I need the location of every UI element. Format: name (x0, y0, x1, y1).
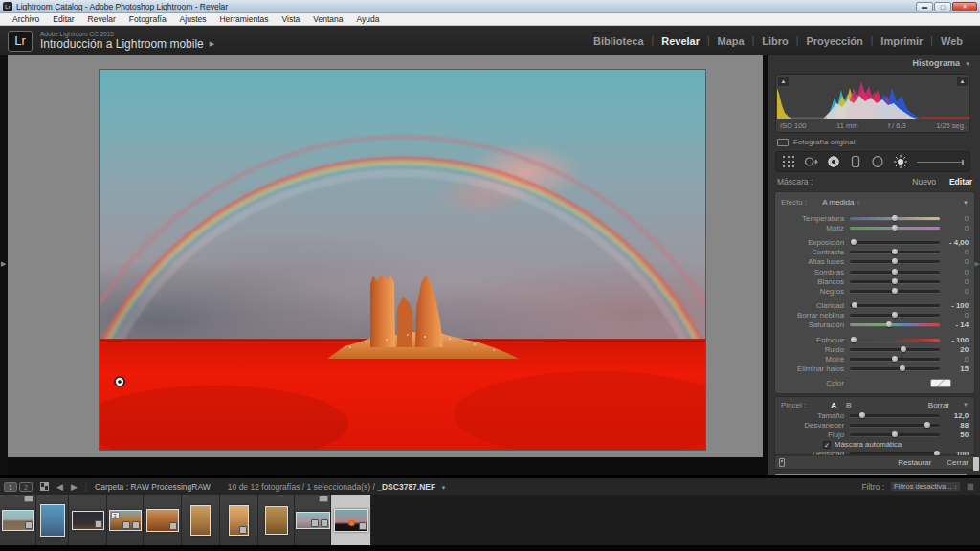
slider-knob[interactable] (924, 422, 930, 428)
radial-filter-tool-icon[interactable] (871, 155, 884, 168)
slider-track[interactable] (850, 271, 940, 274)
filmstrip-thumbnail-4[interactable]: 3 (107, 495, 144, 545)
slider-knob[interactable] (851, 239, 857, 245)
slider-track[interactable] (850, 339, 940, 342)
menu-editar[interactable]: Editar (46, 13, 80, 26)
edit-badge-icon[interactable] (359, 522, 367, 530)
slider-knob[interactable] (892, 278, 898, 284)
updown-caret-icon[interactable]: ↕ (857, 199, 859, 206)
slider-track[interactable] (850, 241, 940, 244)
filmstrip-thumbnail-5[interactable] (144, 495, 182, 545)
crop-tool-icon[interactable] (782, 155, 795, 168)
slider-knob[interactable] (892, 312, 898, 318)
original-photo-label[interactable]: Fotografía original (793, 138, 855, 146)
edit-badge-icon[interactable] (132, 521, 140, 529)
filmstrip-thumbnail-7[interactable] (220, 495, 258, 545)
original-photo-icon[interactable] (777, 139, 789, 146)
edit-badge-icon[interactable] (311, 519, 319, 527)
folder-breadcrumb[interactable]: Carpeta : RAW ProcessingRAW (95, 482, 211, 492)
filmstrip-thumbnail-8[interactable] (258, 495, 295, 545)
second-window-button[interactable]: 2 (19, 482, 33, 492)
left-panel-edge[interactable]: ▶ (0, 55, 8, 475)
brush-pin[interactable] (115, 377, 124, 386)
adjustment-brush-tool-icon[interactable] (893, 154, 908, 169)
module-proyeccion[interactable]: Proyección (798, 35, 870, 47)
brush-b-button[interactable]: B (846, 401, 852, 409)
red-eye-tool-icon[interactable] (827, 155, 840, 168)
mask-new-button[interactable]: Nuevo (912, 177, 936, 187)
slider-track[interactable] (850, 227, 940, 230)
slider-track[interactable] (850, 314, 940, 317)
menu-revelar[interactable]: Revelar (81, 13, 122, 26)
slider-knob[interactable] (892, 356, 898, 362)
close-panel-button[interactable]: Cerrar (947, 458, 969, 467)
slider-track[interactable] (850, 367, 940, 370)
next-photo-icon[interactable]: ▶ (71, 482, 78, 492)
slider-knob[interactable] (892, 215, 898, 221)
slider-knob[interactable] (892, 288, 898, 294)
restore-button[interactable]: Restaurar (898, 458, 931, 467)
main-window-button[interactable]: 1 (4, 482, 17, 492)
photo-canvas[interactable] (100, 70, 705, 450)
slider-track[interactable] (850, 358, 940, 361)
filmstrip-thumbnail-3[interactable] (69, 495, 107, 545)
slider-knob[interactable] (900, 365, 905, 371)
edit-badge-icon[interactable] (239, 526, 247, 534)
auto-mask-checkbox[interactable]: ✓ (823, 441, 831, 449)
brush-erase-button[interactable]: Borrar (928, 401, 949, 409)
slider-knob[interactable] (851, 337, 857, 342)
filmstrip-thumbnail-1[interactable] (0, 495, 36, 545)
menu-fotografia[interactable]: Fotografía (122, 13, 173, 26)
module-libro[interactable]: Libro (754, 35, 796, 47)
filter-toggle-icon[interactable] (967, 483, 974, 491)
slider-track[interactable] (850, 348, 940, 351)
module-imprimir[interactable]: Imprimir (873, 35, 930, 47)
slider-track[interactable] (850, 414, 940, 417)
identity-plate[interactable]: Introducción a Lightroom mobile (40, 37, 204, 51)
edit-badge-icon[interactable] (321, 519, 328, 527)
slider-track[interactable] (850, 217, 940, 220)
color-swatch[interactable] (930, 379, 951, 387)
graduated-filter-tool-icon[interactable] (849, 155, 862, 168)
menu-vista[interactable]: Vista (276, 13, 307, 26)
menu-ayuda[interactable]: Ayuda (349, 13, 386, 26)
slider-track[interactable] (850, 290, 940, 293)
maximize-button[interactable]: ▢ (934, 2, 951, 11)
grid-view-icon[interactable] (40, 482, 49, 491)
edit-badge-icon[interactable] (95, 520, 102, 528)
slider-track[interactable] (850, 424, 940, 427)
module-mapa[interactable]: Mapa (710, 35, 752, 47)
spot-removal-tool-icon[interactable] (804, 155, 818, 168)
slider-track[interactable] (850, 323, 940, 326)
slider-track[interactable] (850, 304, 940, 307)
edit-badge-icon[interactable] (25, 521, 33, 529)
menu-ajustes[interactable]: Ajustes (173, 13, 213, 26)
previous-photo-icon[interactable]: ◀ (56, 482, 63, 492)
auto-mask-label[interactable]: Máscara automática (835, 440, 902, 449)
filmstrip-thumbnail-2[interactable] (36, 495, 69, 545)
brush-a-button[interactable]: A (831, 401, 836, 409)
expand-left-panel-icon[interactable]: ▶ (1, 260, 6, 268)
close-button[interactable]: ✕ (952, 2, 977, 11)
mask-edit-button[interactable]: Editar (949, 177, 972, 187)
edit-badge-icon[interactable] (169, 522, 177, 530)
slider-knob[interactable] (852, 302, 858, 308)
menu-herramientas[interactable]: Herramientas (212, 13, 275, 26)
filmstrip-thumbnail-6[interactable] (182, 495, 220, 545)
slider-knob[interactable] (859, 412, 865, 418)
panel-toggle-switch-icon[interactable] (779, 458, 785, 467)
module-web[interactable]: Web (933, 35, 970, 47)
selection-status[interactable]: 10 de 12 fotografías / 1 seleccionada(s)… (228, 482, 447, 492)
slider-knob[interactable] (892, 431, 898, 437)
slider-knob[interactable] (901, 346, 906, 352)
menu-archivo[interactable]: Archivo (6, 13, 46, 26)
panel-vertical-scrollbar[interactable] (973, 457, 979, 471)
menu-ventana[interactable]: Ventana (306, 13, 349, 26)
slider-knob[interactable] (892, 249, 898, 254)
collapse-right-panel-icon[interactable]: ▶ (975, 260, 980, 268)
filmstrip-thumbnail-10[interactable] (331, 495, 371, 545)
module-revelar[interactable]: Revelar (654, 35, 707, 47)
slider-track[interactable] (850, 433, 940, 436)
slider-track[interactable] (850, 251, 940, 253)
filter-dropdown[interactable]: Filtros desactiva...↕ (890, 481, 961, 492)
